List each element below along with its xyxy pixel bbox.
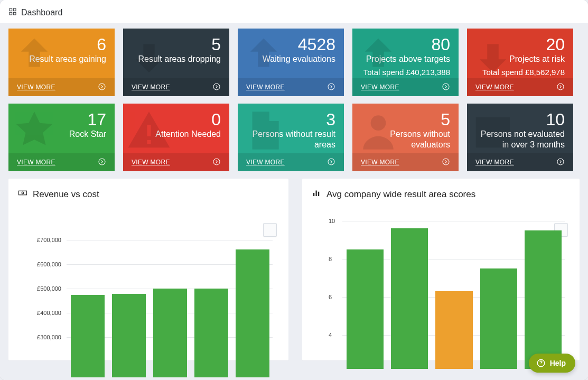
panel-title: Avg company wide result area scores xyxy=(326,189,475,200)
card-footer: VIEW MORE xyxy=(467,78,573,96)
arrow-circle-icon xyxy=(98,157,106,168)
card-projects-at-risk[interactable]: 20 Projects at risk Total spend £8,562,9… xyxy=(467,29,573,96)
chart-avg-scores: 10 8 6 4 xyxy=(324,221,570,360)
page-title: Dashboard xyxy=(21,8,62,17)
panel-title: Revenue vs cost xyxy=(33,189,99,200)
svg-point-8 xyxy=(557,84,564,90)
svg-point-9 xyxy=(99,159,105,165)
arrow-circle-icon xyxy=(212,82,221,92)
chart-revenue-vs-cost: £700,000 £600,000 £500,000 £400,000 £300… xyxy=(35,240,279,360)
svg-rect-20 xyxy=(318,192,319,196)
card-result-areas-gaining[interactable]: 6 Result areas gaining VIEW MORE xyxy=(8,29,115,96)
bar xyxy=(153,289,187,377)
download-chart-button[interactable] xyxy=(263,223,277,237)
star-icon xyxy=(12,108,57,155)
card-persons-not-evaluated[interactable]: 10 Persons not evaluated in over 3 month… xyxy=(467,104,573,171)
card-persons-without-evaluators[interactable]: 5 Persons without evaluators VIEW MORE xyxy=(352,104,459,171)
calendar-icon xyxy=(470,108,516,155)
card-projects-above-targets[interactable]: 80 Projects above targets Total spend £4… xyxy=(352,29,459,96)
svg-point-15 xyxy=(557,159,564,165)
cards-row-1: 6 Result areas gaining VIEW MORE 5 Resul… xyxy=(8,29,580,96)
charts-row: Revenue vs cost £700,000 £600,000 £500,0… xyxy=(8,179,580,360)
panel-header: Avg company wide result area scores xyxy=(312,188,570,200)
panel-header: Revenue vs cost xyxy=(18,188,279,200)
arrow-circle-icon xyxy=(442,157,450,168)
card-persons-without-result-areas[interactable]: 3 Persons without result areas VIEW MORE xyxy=(238,104,344,171)
arrow-circle-icon xyxy=(327,157,335,168)
card-waiting-evaluations[interactable]: 4528 Waiting evaluations VIEW MORE xyxy=(238,29,344,96)
arrow-circle-icon xyxy=(556,82,565,92)
svg-point-7 xyxy=(443,84,449,90)
y-tick: 8 xyxy=(329,256,332,262)
dashboard-content: 6 Result areas gaining VIEW MORE 5 Resul… xyxy=(0,23,588,380)
bar xyxy=(236,249,269,377)
arrow-down-icon xyxy=(470,33,516,80)
card-footer: VIEW MORE xyxy=(8,78,115,96)
y-tick: £400,000 xyxy=(32,310,61,316)
view-more-link[interactable]: VIEW MORE xyxy=(132,84,170,91)
arrow-circle-icon xyxy=(212,157,221,168)
y-tick: 6 xyxy=(329,294,332,300)
svg-point-4 xyxy=(99,84,105,90)
view-more-link[interactable]: VIEW MORE xyxy=(246,84,285,91)
svg-rect-14 xyxy=(476,117,510,147)
arrow-up-icon xyxy=(12,33,57,80)
view-more-link[interactable]: VIEW MORE xyxy=(132,159,170,166)
y-tick: £500,000 xyxy=(32,285,61,292)
bar-chart-icon xyxy=(312,188,321,200)
svg-rect-16 xyxy=(19,191,27,195)
view-more-link[interactable]: VIEW MORE xyxy=(475,159,514,166)
view-more-link[interactable]: VIEW MORE xyxy=(361,159,399,166)
card-attention-needed[interactable]: 0 Attention Needed VIEW MORE xyxy=(123,104,229,171)
bar xyxy=(525,230,562,369)
card-footer: VIEW MORE xyxy=(123,78,229,96)
arrow-up-icon xyxy=(356,33,401,80)
svg-rect-1 xyxy=(13,8,16,11)
card-footer: VIEW MORE xyxy=(467,153,573,171)
y-tick: 4 xyxy=(329,332,332,338)
y-tick: 10 xyxy=(329,218,335,224)
view-more-link[interactable]: VIEW MORE xyxy=(361,84,399,91)
svg-rect-0 xyxy=(10,8,12,11)
view-more-link[interactable]: VIEW MORE xyxy=(246,159,285,166)
svg-rect-3 xyxy=(13,12,16,15)
arrow-up-icon xyxy=(241,33,286,80)
view-more-link[interactable]: VIEW MORE xyxy=(475,84,514,91)
card-footer: VIEW MORE xyxy=(238,153,344,171)
help-label: Help xyxy=(550,359,566,367)
panel-revenue-vs-cost: Revenue vs cost £700,000 £600,000 £500,0… xyxy=(8,179,288,360)
help-button[interactable]: Help xyxy=(529,354,575,373)
bar xyxy=(194,289,228,377)
bar xyxy=(71,295,105,378)
card-footer: VIEW MORE xyxy=(352,153,459,171)
topbar: Dashboard xyxy=(0,0,588,23)
arrow-circle-icon xyxy=(327,82,335,92)
arrow-circle-icon xyxy=(98,82,106,92)
bar xyxy=(347,249,384,369)
card-footer: VIEW MORE xyxy=(238,78,344,96)
svg-point-11 xyxy=(328,159,334,165)
svg-rect-2 xyxy=(10,12,12,15)
card-result-areas-dropping[interactable]: 5 Result areas dropping VIEW MORE xyxy=(123,29,229,96)
card-footer: VIEW MORE xyxy=(352,78,459,96)
svg-point-5 xyxy=(213,84,220,90)
y-tick: £700,000 xyxy=(32,237,61,243)
dashboard-icon xyxy=(8,7,17,18)
view-more-link[interactable]: VIEW MORE xyxy=(17,84,55,91)
y-tick: £300,000 xyxy=(32,334,61,340)
arrow-circle-icon xyxy=(442,82,450,92)
panel-avg-result-area-scores: Avg company wide result area scores 10 8… xyxy=(302,179,580,360)
document-icon xyxy=(241,108,286,155)
user-icon xyxy=(356,108,401,155)
svg-point-6 xyxy=(328,84,334,90)
bar xyxy=(435,291,472,369)
svg-point-10 xyxy=(213,159,220,165)
card-rock-star[interactable]: 17 Rock Star VIEW MORE xyxy=(8,104,115,171)
bar xyxy=(480,268,517,369)
bar xyxy=(112,294,146,377)
svg-point-13 xyxy=(443,159,449,165)
bar xyxy=(391,228,428,369)
card-footer: VIEW MORE xyxy=(123,153,229,171)
view-more-link[interactable]: VIEW MORE xyxy=(17,159,55,166)
y-tick: £600,000 xyxy=(32,261,61,267)
